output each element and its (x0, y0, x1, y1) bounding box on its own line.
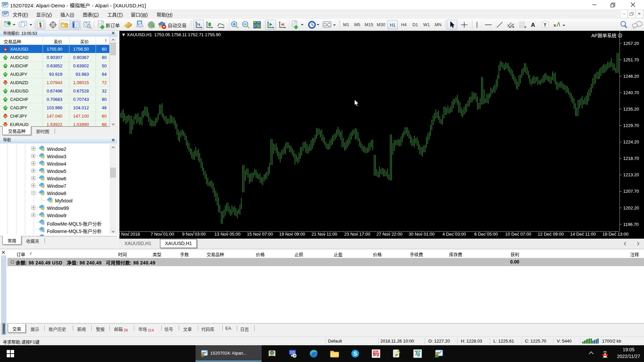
svg-text:10 Dec 07:00: 10 Dec 07:00 (505, 232, 531, 237)
svg-text:1257.20: 1257.20 (623, 41, 639, 46)
svg-text:7 Nov 01:00: 7 Nov 01:00 (151, 232, 174, 237)
svg-text:6 Dec 05:00: 6 Dec 05:00 (474, 232, 498, 237)
svg-text:1246.20: 1246.20 (623, 74, 639, 79)
svg-text:1207.70: 1207.70 (623, 189, 639, 194)
svg-text:19 Nov 09:00: 19 Nov 09:00 (279, 232, 305, 237)
svg-text:15 Nov 07:00: 15 Nov 07:00 (247, 232, 273, 237)
svg-text:T: T (544, 22, 546, 27)
svg-text:码: 码 (373, 350, 379, 357)
svg-text:1202.20: 1202.20 (623, 205, 639, 210)
svg-text:S: S (353, 351, 357, 357)
svg-text:27 Nov 22:00: 27 Nov 22:00 (376, 232, 402, 237)
svg-text:18 Dec 13:00: 18 Dec 13:00 (602, 232, 628, 237)
svg-text:F: F (525, 26, 526, 28)
svg-text:4 Dec 03:00: 4 Dec 03:00 (442, 232, 466, 237)
svg-text:1213.20: 1213.20 (623, 172, 639, 177)
svg-text:30 Nov 01:00: 30 Nov 01:00 (409, 232, 434, 237)
svg-text:12 Dec 09:00: 12 Dec 09:00 (538, 232, 564, 237)
svg-text:1224.20: 1224.20 (623, 139, 639, 144)
svg-text:1229.70: 1229.70 (623, 123, 639, 128)
svg-text:14 Dec 11:00: 14 Dec 11:00 (570, 232, 596, 237)
svg-text:1196.70: 1196.70 (623, 222, 639, 227)
svg-text:1218.70: 1218.70 (623, 156, 639, 161)
svg-text:2 Nov 2018: 2 Nov 2018 (119, 232, 140, 237)
svg-text:21 Nov 11:00: 21 Nov 11:00 (312, 232, 337, 237)
svg-text:1235.20: 1235.20 (623, 107, 639, 112)
svg-text:9 Nov 03:00: 9 Nov 03:00 (182, 232, 206, 237)
svg-text:写: 写 (414, 350, 421, 357)
svg-text:13 Nov 05:00: 13 Nov 05:00 (214, 232, 240, 237)
svg-text:1240.70: 1240.70 (623, 90, 639, 95)
svg-text:E: E (513, 25, 515, 28)
svg-text:1251.70: 1251.70 (623, 57, 639, 62)
svg-text:23 Nov 17:00: 23 Nov 17:00 (344, 232, 370, 237)
